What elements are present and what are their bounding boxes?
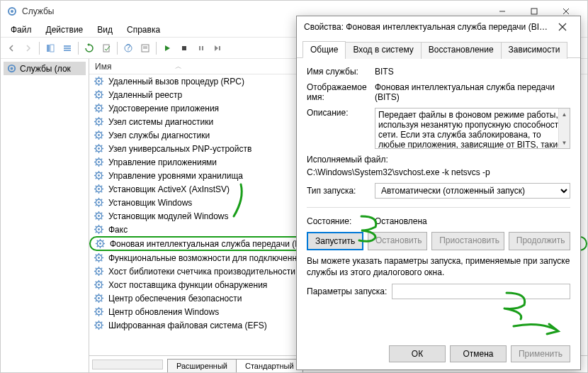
scroll-up-icon[interactable]: ▲ (559, 108, 570, 120)
svg-line-139 (101, 232, 102, 233)
value-display-name: Фоновая интеллектуальная служба передачи… (375, 82, 570, 102)
export-button[interactable] (98, 40, 114, 56)
tab-logon[interactable]: Вход в систему (345, 42, 421, 59)
back-button[interactable] (4, 40, 19, 56)
horizontal-scrollbar[interactable] (92, 360, 163, 369)
svg-rect-7 (50, 45, 54, 52)
properties-toolbar-button[interactable] (60, 40, 75, 56)
tab-extended[interactable]: Расширенный (167, 359, 237, 372)
svg-point-132 (98, 215, 100, 217)
svg-line-81 (101, 145, 102, 146)
svg-line-118 (96, 199, 96, 200)
pause-service-button[interactable] (193, 40, 209, 56)
menu-help[interactable]: Справка (120, 23, 167, 36)
menu-view[interactable]: Вид (90, 23, 120, 36)
start-params-input[interactable] (392, 284, 570, 299)
help-button[interactable]: ? (120, 40, 136, 56)
svg-point-52 (98, 107, 100, 109)
svg-point-142 (98, 228, 100, 230)
svg-line-120 (96, 205, 96, 206)
start-service-button[interactable] (159, 40, 175, 56)
svg-point-212 (98, 324, 100, 326)
svg-point-182 (98, 284, 100, 286)
value-executable: C:\Windows\System32\svchost.exe -k netsv… (307, 167, 490, 177)
label-startup-type: Тип запуска: (307, 186, 375, 196)
svg-point-42 (98, 94, 100, 96)
gear-icon (95, 238, 106, 249)
window-title: Службы (22, 6, 486, 16)
gear-icon (94, 184, 104, 194)
svg-line-108 (96, 186, 96, 186)
dialog-close-button[interactable] (552, 16, 573, 38)
tree-item-label: Службы (лок (20, 64, 71, 74)
show-hide-tree-button[interactable] (43, 40, 58, 56)
refresh-button[interactable] (81, 40, 97, 56)
description-box: Передает файлы в фоновом режиме работы, … (375, 108, 570, 149)
gear-icon (94, 157, 104, 167)
svg-line-48 (96, 105, 96, 106)
svg-point-172 (98, 270, 100, 272)
gear-icon (94, 143, 104, 154)
tree-item-services-local[interactable]: Службы (лок (4, 62, 86, 75)
svg-line-119 (101, 205, 102, 206)
props-button[interactable] (137, 40, 153, 56)
value-state: Остановлена (375, 216, 570, 226)
service-name: Управление приложениями (108, 157, 217, 167)
svg-line-31 (101, 78, 102, 79)
svg-line-61 (101, 118, 102, 119)
svg-line-190 (96, 301, 96, 301)
menu-action[interactable]: Действие (39, 23, 91, 36)
svg-line-68 (96, 132, 96, 133)
service-name: Удостоверение приложения (108, 104, 219, 113)
scroll-down-icon[interactable]: ▼ (559, 137, 570, 148)
dialog-titlebar[interactable]: Свойства: Фоновая интеллектуальная служб… (297, 16, 580, 38)
svg-line-209 (101, 328, 102, 328)
tab-dependencies[interactable]: Зависимости (501, 42, 568, 59)
service-name: Узел службы диагностики (108, 130, 210, 140)
svg-line-71 (101, 132, 102, 133)
cancel-button[interactable]: Отмена (450, 345, 507, 362)
svg-line-78 (96, 145, 96, 146)
tab-recovery[interactable]: Восстановление (421, 42, 502, 59)
svg-point-162 (98, 257, 100, 259)
service-name: Удаленный реестр (108, 90, 182, 100)
description-scrollbar[interactable]: ▲ ▼ (558, 108, 570, 148)
ok-button[interactable]: ОК (389, 345, 446, 362)
svg-line-99 (101, 178, 102, 179)
svg-line-50 (96, 111, 96, 111)
svg-line-179 (101, 287, 102, 288)
gear-icon (94, 306, 104, 317)
svg-line-178 (96, 282, 96, 282)
svg-line-158 (96, 255, 96, 255)
restart-service-button[interactable] (210, 40, 226, 56)
svg-rect-17 (182, 46, 186, 50)
gear-icon (94, 266, 104, 277)
svg-line-140 (96, 232, 96, 233)
svg-rect-6 (47, 45, 50, 52)
svg-point-102 (98, 174, 100, 177)
label-executable: Исполняемый файл: (307, 155, 388, 165)
service-name: Центр обновления Windows (108, 307, 219, 317)
params-note: Вы можете указать параметры запуска, при… (307, 256, 570, 278)
stop-service-button[interactable] (176, 40, 192, 56)
gear-icon (94, 89, 104, 100)
pause-button: Приостановить (431, 232, 504, 250)
dialog-tabs: Общие Вход в систему Восстановление Зави… (297, 40, 580, 58)
value-service-name: BITS (375, 67, 570, 77)
properties-dialog: Свойства: Фоновая интеллектуальная служб… (296, 16, 581, 370)
start-button[interactable]: Запустить (307, 232, 363, 250)
service-name: Шифрованная файловая система (EFS) (108, 321, 267, 330)
svg-rect-8 (64, 45, 71, 47)
gear-icon (94, 293, 104, 304)
svg-point-62 (98, 121, 100, 123)
svg-line-141 (101, 226, 102, 227)
svg-line-80 (96, 151, 96, 152)
tab-standard[interactable]: Стандартный (236, 359, 303, 372)
app-icon (6, 6, 18, 17)
tab-general[interactable]: Общие (303, 41, 346, 58)
startup-type-select[interactable]: Автоматически (отложенный запуск) (375, 183, 570, 199)
svg-text:?: ? (126, 43, 131, 52)
svg-line-79 (101, 151, 102, 152)
forward-button[interactable] (21, 40, 36, 56)
menu-file[interactable]: Файл (4, 23, 39, 36)
